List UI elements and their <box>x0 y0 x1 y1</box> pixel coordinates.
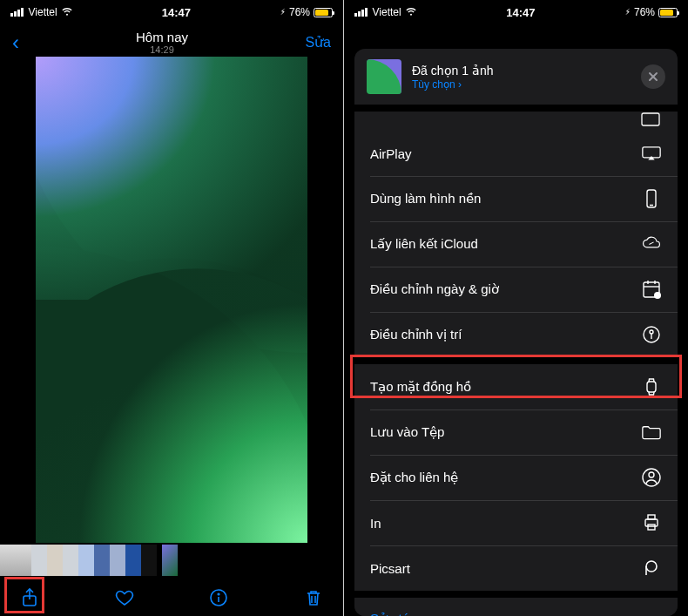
battery-icon <box>658 8 678 17</box>
share-sheet: Đã chọn 1 ảnh Tùy chọn › AirPlay Dùng l <box>354 49 678 616</box>
thumbnail-strip[interactable] <box>0 543 343 578</box>
watch-face-highlight-callout <box>350 355 682 398</box>
print-icon <box>641 513 662 532</box>
share-highlight-callout <box>4 577 44 613</box>
current-photo <box>36 57 307 543</box>
calendar-icon <box>641 280 662 299</box>
contact-icon <box>641 468 662 487</box>
iphone-icon <box>641 189 662 208</box>
action-print[interactable]: In <box>354 500 678 545</box>
svg-point-24 <box>650 330 653 334</box>
photo-viewer[interactable] <box>0 57 343 543</box>
thumbnail[interactable] <box>31 545 47 576</box>
nav-title: Hôm nay <box>19 30 305 44</box>
svg-point-22 <box>654 292 661 299</box>
action-adjust-datetime[interactable]: Điều chỉnh ngày & giờ <box>354 267 678 312</box>
photo-viewer-screen: Viettel 14:47 ⚡︎ 76% ‹ Hôm nay 14:29 Sửa <box>0 0 344 616</box>
thumbnail[interactable] <box>78 545 94 576</box>
clock: 14:47 <box>162 6 191 19</box>
thumbnail[interactable] <box>125 545 141 576</box>
action-save-to-files[interactable]: Lưu vào Tệp <box>354 410 678 455</box>
action-picsart[interactable]: Picsart <box>354 545 678 591</box>
carrier-label: Viettel <box>29 6 57 18</box>
carrier-label: Viettel <box>373 6 401 18</box>
actions-group-2: Tạo mặt đồng hồ Lưu vào Tệp Đặt cho liên… <box>354 364 678 591</box>
folder-icon <box>641 423 662 442</box>
action-set-wallpaper[interactable]: Dùng làm hình nền <box>354 176 678 221</box>
edit-button[interactable]: Sửa <box>305 34 331 51</box>
action-adjust-location[interactable]: Điều chỉnh vị trí <box>354 312 678 357</box>
cellular-signal-icon <box>10 8 24 17</box>
close-icon[interactable] <box>641 64 665 89</box>
share-sheet-screen: Viettel 14:47 ⚡︎ 76% Đã chọn 1 ảnh Tùy c… <box>344 0 688 616</box>
thumbnail[interactable] <box>94 545 110 576</box>
share-sheet-header: Đã chọn 1 ảnh Tùy chọn › <box>354 49 678 105</box>
thumbnail[interactable] <box>0 545 31 576</box>
favorite-heart-icon[interactable] <box>114 587 135 608</box>
svg-rect-28 <box>645 519 658 526</box>
airplay-icon <box>641 144 662 163</box>
thumbnail[interactable] <box>141 545 157 576</box>
share-sheet-options[interactable]: Tùy chọn › <box>412 78 494 91</box>
actions-group-1: AirPlay Dùng làm hình nền Lấy liên kết i… <box>354 131 678 357</box>
battery-icon <box>314 8 333 17</box>
peek-prev-icon <box>639 111 662 128</box>
share-sheet-thumb <box>367 59 401 94</box>
action-airplay[interactable]: AirPlay <box>354 131 678 176</box>
status-bar: Viettel 14:47 ⚡︎ 76% <box>0 0 343 24</box>
svg-rect-14 <box>642 113 659 125</box>
svg-rect-30 <box>648 525 655 530</box>
location-pin-icon <box>641 325 662 344</box>
info-icon[interactable] <box>208 587 229 608</box>
charging-icon: ⚡︎ <box>280 8 286 17</box>
thumbnail[interactable] <box>47 545 63 576</box>
picsart-icon <box>641 558 662 578</box>
trash-icon[interactable] <box>303 587 324 608</box>
charging-icon: ⚡︎ <box>625 8 631 17</box>
edit-actions-button[interactable]: Sửa tác vụ... <box>354 598 678 616</box>
thumbnail[interactable] <box>63 545 78 576</box>
svg-point-27 <box>649 472 654 477</box>
thumbnail-selected[interactable] <box>162 545 178 576</box>
action-assign-contact[interactable]: Đặt cho liên hệ <box>354 455 678 500</box>
share-sheet-title: Đã chọn 1 ảnh <box>412 64 494 78</box>
bottom-toolbar <box>0 578 343 616</box>
wifi-icon <box>61 8 73 17</box>
cloud-link-icon <box>641 234 662 254</box>
thumbnail[interactable] <box>110 545 125 576</box>
nav-subtitle: 14:29 <box>19 44 305 55</box>
svg-rect-29 <box>648 515 655 519</box>
cellular-signal-icon <box>354 8 368 17</box>
svg-point-31 <box>646 561 657 572</box>
battery-percent: 76% <box>289 6 310 18</box>
action-icloud-link[interactable]: Lấy liên kết iCloud <box>354 221 678 267</box>
clock: 14:47 <box>506 6 535 19</box>
back-chevron-icon[interactable]: ‹ <box>12 32 19 53</box>
svg-point-6 <box>219 593 220 595</box>
battery-percent: 76% <box>634 6 655 18</box>
wifi-icon <box>405 8 417 17</box>
status-bar: Viettel 14:47 ⚡︎ 76% <box>344 0 688 24</box>
nav-bar: ‹ Hôm nay 14:29 Sửa <box>0 24 343 57</box>
